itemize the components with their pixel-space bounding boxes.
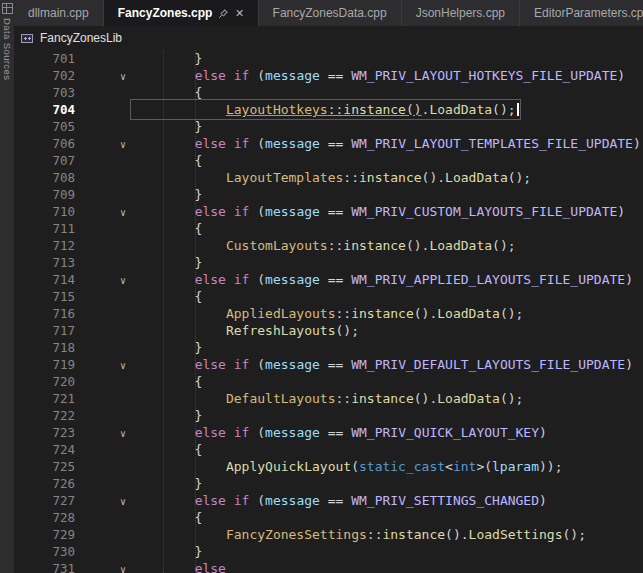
code-line[interactable]: 719∨ else if (message == WM_PRIV_DEFAULT… xyxy=(14,356,643,373)
code-line[interactable]: 711 { xyxy=(14,220,643,237)
code-text[interactable]: CustomLayouts::instance().LoadData(); xyxy=(132,237,516,254)
line-number[interactable]: 704 xyxy=(14,101,75,118)
code-text[interactable]: else if (message == WM_PRIV_SETTINGS_CHA… xyxy=(132,492,547,509)
code-text[interactable]: } xyxy=(132,50,202,67)
code-text[interactable]: else if (message == WM_PRIV_CUSTOM_LAYOU… xyxy=(132,203,625,220)
code-line[interactable]: 709 } xyxy=(14,186,643,203)
line-number[interactable]: 731 xyxy=(14,560,75,573)
tab-dllmain-cpp[interactable]: dllmain.cpp xyxy=(14,0,104,26)
fold-toggle-icon[interactable]: ∨ xyxy=(120,496,126,507)
tab-editorparameters-cpp[interactable]: EditorParameters.cpp xyxy=(520,0,643,26)
line-number[interactable]: 729 xyxy=(14,526,75,543)
line-number[interactable]: 705 xyxy=(14,118,75,135)
close-icon[interactable]: × xyxy=(235,6,243,20)
code-line[interactable]: 705 } xyxy=(14,118,643,135)
code-line[interactable]: 723∨ else if (message == WM_PRIV_QUICK_L… xyxy=(14,424,643,441)
code-text[interactable]: { xyxy=(132,84,202,101)
code-line[interactable]: 712 CustomLayouts::instance().LoadData()… xyxy=(14,237,643,254)
fold-toggle-icon[interactable]: ∨ xyxy=(120,139,126,150)
code-line[interactable]: 726 } xyxy=(14,475,643,492)
code-line[interactable]: 716 AppliedLayouts::instance().LoadData(… xyxy=(14,305,643,322)
code-editor[interactable]: 701 }702∨ else if (message == WM_PRIV_LA… xyxy=(14,50,643,573)
code-text[interactable]: } xyxy=(132,339,202,356)
code-text[interactable]: } xyxy=(132,543,202,560)
navigation-bar[interactable]: FancyZonesLib xyxy=(14,26,643,51)
line-number[interactable]: 712 xyxy=(14,237,75,254)
code-line[interactable]: 720 { xyxy=(14,373,643,390)
tab-fancyzones-cpp[interactable]: FancyZones.cpp× xyxy=(104,0,259,26)
line-number[interactable]: 701 xyxy=(14,50,75,67)
code-line[interactable]: 710∨ else if (message == WM_PRIV_CUSTOM_… xyxy=(14,203,643,220)
code-line[interactable]: 701 } xyxy=(14,50,643,67)
code-text[interactable]: } xyxy=(132,475,202,492)
pin-icon[interactable] xyxy=(218,8,229,19)
code-text[interactable]: else if (message == WM_PRIV_APPLIED_LAYO… xyxy=(132,271,633,288)
code-line[interactable]: 704 LayoutHotkeys::instance().LoadData()… xyxy=(14,101,643,118)
fold-toggle-icon[interactable]: ∨ xyxy=(120,207,126,218)
line-number[interactable]: 720 xyxy=(14,373,75,390)
code-line[interactable]: 722 } xyxy=(14,407,643,424)
code-text[interactable]: ApplyQuickLayout(static_cast<int>(lparam… xyxy=(132,458,563,475)
code-text[interactable]: else if (message == WM_PRIV_LAYOUT_HOTKE… xyxy=(132,67,625,84)
line-number[interactable]: 702 xyxy=(14,67,75,84)
line-number[interactable]: 722 xyxy=(14,407,75,424)
code-line[interactable]: 714∨ else if (message == WM_PRIV_APPLIED… xyxy=(14,271,643,288)
code-text[interactable]: else xyxy=(132,560,226,573)
code-text[interactable]: } xyxy=(132,186,202,203)
code-line[interactable]: 717 RefreshLayouts(); xyxy=(14,322,643,339)
code-text[interactable]: { xyxy=(132,373,202,390)
code-text[interactable]: { xyxy=(132,509,202,526)
fold-toggle-icon[interactable]: ∨ xyxy=(120,428,126,439)
code-text[interactable]: LayoutHotkeys::instance().LoadData(); xyxy=(132,101,519,118)
code-line[interactable]: 707 { xyxy=(14,152,643,169)
fold-toggle-icon[interactable]: ∨ xyxy=(120,275,126,286)
code-text[interactable]: LayoutTemplates::instance().LoadData(); xyxy=(132,169,531,186)
code-line[interactable]: 706∨ else if (message == WM_PRIV_LAYOUT_… xyxy=(14,135,643,152)
code-line[interactable]: 729 FancyZonesSettings::instance().LoadS… xyxy=(14,526,643,543)
code-text[interactable]: AppliedLayouts::instance().LoadData(); xyxy=(132,305,523,322)
line-number[interactable]: 724 xyxy=(14,441,75,458)
data-sources-vertical-tab[interactable]: Data Sources xyxy=(2,18,13,80)
code-line[interactable]: 713 } xyxy=(14,254,643,271)
code-line[interactable]: 715 { xyxy=(14,288,643,305)
code-text[interactable]: else if (message == WM_PRIV_QUICK_LAYOUT… xyxy=(132,424,547,441)
line-number[interactable]: 719 xyxy=(14,356,75,373)
code-text[interactable]: else if (message == WM_PRIV_LAYOUT_TEMPL… xyxy=(132,135,641,152)
fold-toggle-icon[interactable]: ∨ xyxy=(120,360,126,371)
tab-jsonhelpers-cpp[interactable]: JsonHelpers.cpp xyxy=(402,0,520,26)
code-text[interactable]: { xyxy=(132,441,202,458)
line-number[interactable]: 711 xyxy=(14,220,75,237)
line-number[interactable]: 709 xyxy=(14,186,75,203)
line-number[interactable]: 727 xyxy=(14,492,75,509)
code-line[interactable]: 703 { xyxy=(14,84,643,101)
code-line[interactable]: 708 LayoutTemplates::instance().LoadData… xyxy=(14,169,643,186)
code-text[interactable]: else if (message == WM_PRIV_DEFAULT_LAYO… xyxy=(132,356,633,373)
line-number[interactable]: 717 xyxy=(14,322,75,339)
fold-toggle-icon[interactable]: ∨ xyxy=(120,71,126,82)
code-text[interactable]: { xyxy=(132,220,202,237)
code-line[interactable]: 731∨ else xyxy=(14,560,643,573)
project-name[interactable]: FancyZonesLib xyxy=(40,31,122,45)
code-text[interactable]: } xyxy=(132,407,202,424)
line-number[interactable]: 718 xyxy=(14,339,75,356)
code-text[interactable]: } xyxy=(132,118,202,135)
line-number[interactable]: 715 xyxy=(14,288,75,305)
line-number[interactable]: 708 xyxy=(14,169,75,186)
code-line[interactable]: 718 } xyxy=(14,339,643,356)
line-number[interactable]: 721 xyxy=(14,390,75,407)
tab-fancyzonesdata-cpp[interactable]: FancyZonesData.cpp xyxy=(259,0,402,26)
tool-window-strip[interactable]: Data Sources xyxy=(0,0,14,573)
code-text[interactable]: } xyxy=(132,254,202,271)
code-text[interactable]: { xyxy=(132,288,202,305)
code-line[interactable]: 724 { xyxy=(14,441,643,458)
code-line[interactable]: 728 { xyxy=(14,509,643,526)
code-text[interactable]: { xyxy=(132,152,202,169)
line-number[interactable]: 725 xyxy=(14,458,75,475)
line-number[interactable]: 710 xyxy=(14,203,75,220)
line-number[interactable]: 723 xyxy=(14,424,75,441)
code-line[interactable]: 702∨ else if (message == WM_PRIV_LAYOUT_… xyxy=(14,67,643,84)
code-line[interactable]: 727∨ else if (message == WM_PRIV_SETTING… xyxy=(14,492,643,509)
code-area[interactable]: 701 }702∨ else if (message == WM_PRIV_LA… xyxy=(14,50,643,573)
line-number[interactable]: 706 xyxy=(14,135,75,152)
line-number[interactable]: 716 xyxy=(14,305,75,322)
